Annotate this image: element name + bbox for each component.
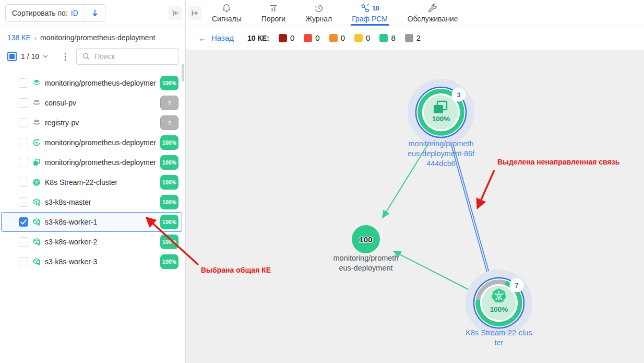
check-icon — [19, 218, 28, 226]
thresholds-icon — [268, 3, 279, 14]
legend-swatch-ok — [379, 34, 388, 42]
status-badge: ? — [160, 96, 178, 110]
checkbox[interactable] — [19, 237, 28, 247]
legend-item-unknown: 2 — [405, 33, 421, 42]
legend-count: 0 — [290, 33, 294, 42]
sort-direction-button[interactable] — [85, 5, 105, 21]
graph-node-pod-label[interactable]: monitoring/prometheus-deployment-86f444d… — [407, 139, 475, 169]
legend-swatch-minor — [329, 34, 338, 42]
node-health-value: 100% — [432, 115, 450, 123]
list-item[interactable]: monitoring/prometheus-deploymen... 100% — [1, 73, 182, 93]
node-health-value: 100 — [359, 235, 372, 244]
tab-label: Пороги — [261, 15, 285, 23]
sidebar-header: Сортировать по: ID — [0, 0, 185, 26]
annotation-selection-note: Выбрана общая КЕ — [201, 266, 271, 274]
list-item-label: monitoring/prometheus-deployment — [45, 138, 156, 147]
list-item[interactable]: monitoring/prometheus-deployment 100% — [1, 133, 182, 153]
legend-count: 0 — [341, 33, 345, 42]
page-indicator[interactable]: 1 / 10 — [21, 52, 49, 61]
tab-label: Обслуживание — [408, 15, 458, 23]
sort-label: Сортировать по: — [6, 9, 71, 17]
list-item[interactable]: K8s Stream-22-cluster 100% — [1, 172, 182, 192]
graph-icon — [360, 3, 371, 14]
checkbox[interactable] — [19, 78, 28, 88]
main-header: Сигналы Пороги Журнал 10 Граф РСМ Обслуж… — [186, 0, 644, 26]
status-legend: 0 0 0 0 8 2 — [279, 33, 421, 42]
list-item-selected[interactable]: s3-k8s-worker-1 100% — [1, 212, 182, 232]
checkbox[interactable] — [19, 257, 28, 266]
cube-icon — [32, 257, 41, 266]
node-health-value: 100% — [490, 306, 508, 313]
select-all-fill — [9, 54, 15, 59]
list-controls: 1 / 10 ⋮ — [0, 43, 185, 69]
back-button[interactable]: ← Назад — [198, 33, 234, 43]
tab-journal[interactable]: Журнал — [304, 0, 333, 26]
back-label: Назад — [211, 33, 234, 42]
breadcrumb-separator: › — [34, 34, 37, 42]
child-count-value: 3 — [457, 91, 461, 99]
checkbox[interactable] — [19, 138, 28, 147]
list-item[interactable]: registry-pv ? — [1, 113, 182, 133]
graph-toolbar: ← Назад 10 КЕ: 0 0 0 0 8 2 — [186, 26, 644, 50]
entity-list: monitoring/prometheus-deploymen... 100% … — [0, 69, 185, 272]
sort-control[interactable]: Сортировать по: ID — [5, 4, 105, 22]
tab-label: Журнал — [305, 15, 332, 23]
cube-icon — [32, 238, 41, 246]
list-item[interactable]: s3-k8s-worker-2 100% — [1, 232, 182, 252]
list-item-label: K8s Stream-22-cluster — [45, 178, 156, 186]
list-item-label: s3-k8s-worker-3 — [45, 257, 156, 266]
graph-node-deployment-label[interactable]: monitoring/prometheus-deployment — [332, 253, 400, 273]
back-arrow-icon: ← — [198, 33, 207, 43]
legend-swatch-critical — [279, 34, 287, 42]
kubernetes-icon — [32, 178, 41, 186]
status-badge: 100% — [160, 135, 178, 150]
scrollbar-thumb[interactable] — [182, 64, 184, 81]
breadcrumb-current: monitoring/prometheus-deployment — [40, 33, 155, 42]
child-count-value: 7 — [515, 282, 519, 289]
expand-sidebar-button[interactable] — [188, 6, 201, 20]
legend-swatch-unknown — [405, 34, 413, 42]
legend-swatch-warning — [354, 34, 363, 42]
tab-thresholds[interactable]: Пороги — [260, 0, 287, 26]
list-item-label: s3-k8s-worker-1 — [45, 218, 156, 226]
sort-field[interactable]: ID — [71, 9, 85, 17]
collapse-right-icon — [190, 9, 199, 17]
tab-signals[interactable]: Сигналы — [211, 0, 243, 26]
history-icon — [314, 3, 324, 14]
list-item[interactable]: s3-k8s-master 100% — [1, 192, 182, 212]
list-item[interactable]: monitoring/prometheus-deploymen... 100% — [1, 153, 182, 172]
select-all-checkbox[interactable] — [7, 52, 17, 61]
entity-sidebar: Сортировать по: ID 138 КЕ › monitoring/p… — [0, 0, 186, 363]
more-options-button[interactable]: ⋮ — [59, 52, 71, 61]
legend-count: 8 — [391, 33, 395, 42]
tab-label: Сигналы — [212, 15, 242, 23]
breadcrumb-root-link[interactable]: 138 КЕ — [7, 33, 31, 42]
search-box[interactable] — [76, 48, 179, 65]
graph-node-cluster-label[interactable]: K8s Stream-22-cluster — [465, 328, 533, 348]
search-icon — [82, 52, 90, 61]
legend-item-warning: 0 — [354, 33, 370, 42]
tab-label: Граф РСМ — [352, 15, 388, 23]
layers-icon — [32, 79, 41, 87]
list-item[interactable]: s3-k8s-worker-3 100% — [1, 252, 182, 272]
checkbox[interactable] — [19, 197, 28, 207]
list-item[interactable]: consul-pv ? — [1, 93, 182, 113]
list-item-label: monitoring/prometheus-deploymen... — [45, 79, 156, 87]
status-badge: 100% — [160, 215, 178, 229]
legend-item-major: 0 — [304, 33, 319, 42]
checkbox[interactable] — [19, 98, 28, 108]
list-item-label: s3-k8s-master — [45, 198, 156, 206]
tab-rsm-graph[interactable]: 10 Граф РСМ — [351, 0, 389, 26]
collapse-left-icon — [171, 9, 180, 17]
status-badge: 100% — [160, 155, 178, 170]
rsm-graph-canvas[interactable]: 100% 3 monitoring/prometheus-deployment-… — [186, 50, 644, 363]
collapse-sidebar-button[interactable] — [169, 6, 182, 20]
search-input[interactable] — [94, 52, 173, 61]
status-badge: 100% — [160, 254, 178, 269]
graph-node-deployment[interactable]: 100 — [352, 225, 380, 253]
tab-maintenance[interactable]: Обслуживание — [407, 0, 459, 26]
checkbox[interactable] — [19, 158, 28, 167]
checkbox[interactable] — [19, 178, 28, 187]
checkbox[interactable] — [19, 118, 28, 127]
checkbox-checked[interactable] — [19, 217, 28, 227]
